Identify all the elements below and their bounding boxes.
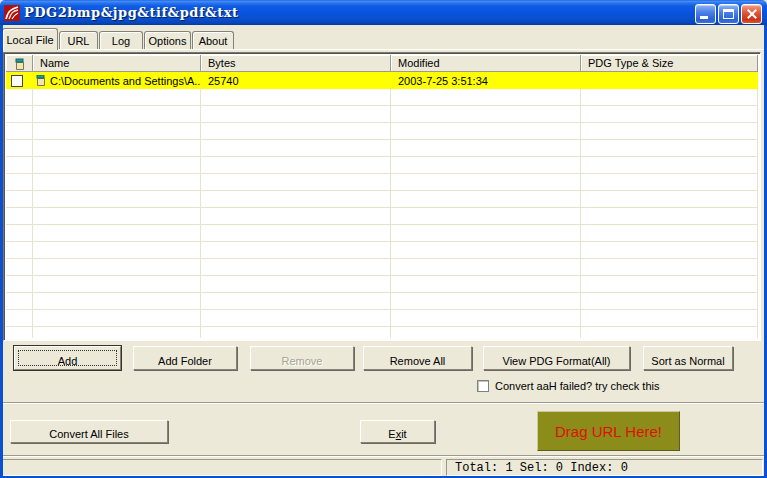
- drag-url-label: Drag URL Here!: [555, 423, 662, 440]
- list-empty-row: [6, 276, 758, 293]
- minimize-button[interactable]: [695, 4, 716, 24]
- convert-all-files-button[interactable]: Convert All Files: [10, 420, 168, 443]
- column-header-pdg-type[interactable]: PDG Type & Size: [581, 55, 758, 72]
- convert-failed-option[interactable]: Convert aaH failed? try check this: [477, 380, 659, 392]
- list-empty-row: [6, 140, 758, 157]
- list-empty-row: [6, 327, 758, 338]
- status-panel-left: [2, 459, 442, 476]
- row-name: C:\Documents and Settings\A...: [50, 75, 201, 87]
- file-icon: [14, 58, 26, 71]
- add-folder-button[interactable]: Add Folder: [133, 346, 237, 370]
- window-title: PDG2bmp&jpg&tif&pdf&txt: [24, 5, 239, 20]
- minimize-icon: [700, 16, 708, 19]
- tab-local-file[interactable]: Local File: [2, 28, 58, 50]
- file-row[interactable]: C:\Documents and Settings\A... 25740 200…: [6, 72, 758, 89]
- list-empty-row: [6, 208, 758, 225]
- grid-rows: [6, 89, 758, 338]
- titlebar[interactable]: PDG2bmp&jpg&tif&pdf&txt: [0, 0, 767, 25]
- file-icon: [35, 75, 47, 87]
- drag-url-area[interactable]: Drag URL Here!: [537, 411, 680, 451]
- list-empty-row: [6, 89, 758, 106]
- convert-failed-checkbox[interactable]: [477, 380, 489, 392]
- add-button[interactable]: Add: [14, 346, 121, 370]
- app-logo-icon: [4, 5, 20, 21]
- status-panel-totals: Total: 1 Sel: 0 Index: 0: [446, 459, 763, 476]
- view-pdg-format-button[interactable]: View PDG Format(All): [483, 346, 630, 370]
- window-controls: [695, 4, 762, 24]
- maximize-icon: [723, 9, 734, 19]
- row-checkbox[interactable]: [11, 75, 23, 87]
- row-bytes: 25740: [201, 75, 391, 87]
- tab-url[interactable]: URL: [59, 31, 98, 50]
- exit-button[interactable]: Exit: [360, 420, 435, 443]
- list-empty-row: [6, 157, 758, 174]
- list-empty-row: [6, 310, 758, 327]
- list-empty-row: [6, 293, 758, 310]
- list-empty-row: [6, 242, 758, 259]
- tabbar-baseline: [0, 49, 767, 50]
- section-separator: [0, 402, 767, 404]
- list-empty-row: [6, 259, 758, 276]
- tab-options[interactable]: Options: [144, 31, 191, 50]
- remove-button: Remove: [250, 346, 354, 370]
- tab-log[interactable]: Log: [99, 31, 143, 50]
- list-empty-row: [6, 174, 758, 191]
- row-modified: 2003-7-25 3:51:34: [391, 75, 581, 87]
- convert-failed-label: Convert aaH failed? try check this: [495, 380, 659, 392]
- list-header: Name Bytes Modified PDG Type & Size: [6, 55, 758, 72]
- column-header-name[interactable]: Name: [33, 55, 201, 72]
- column-header-bytes[interactable]: Bytes: [201, 55, 391, 72]
- list-empty-row: [6, 191, 758, 208]
- column-header-modified[interactable]: Modified: [391, 55, 581, 72]
- list-empty-row: [6, 106, 758, 123]
- column-header-icon[interactable]: [6, 55, 33, 72]
- file-list: Name Bytes Modified PDG Type & Size C:\D…: [3, 52, 761, 341]
- sort-as-normal-button[interactable]: Sort as Normal: [643, 346, 733, 370]
- list-empty-row: [6, 225, 758, 242]
- maximize-button[interactable]: [718, 4, 739, 24]
- remove-all-button[interactable]: Remove All: [363, 346, 472, 370]
- tab-about[interactable]: About: [192, 31, 234, 50]
- app-window: PDG2bmp&jpg&tif&pdf&txt Local File URL L…: [0, 0, 767, 478]
- list-empty-row: [6, 123, 758, 140]
- status-bar: Total: 1 Sel: 0 Index: 0: [0, 455, 767, 478]
- close-button[interactable]: [741, 4, 762, 24]
